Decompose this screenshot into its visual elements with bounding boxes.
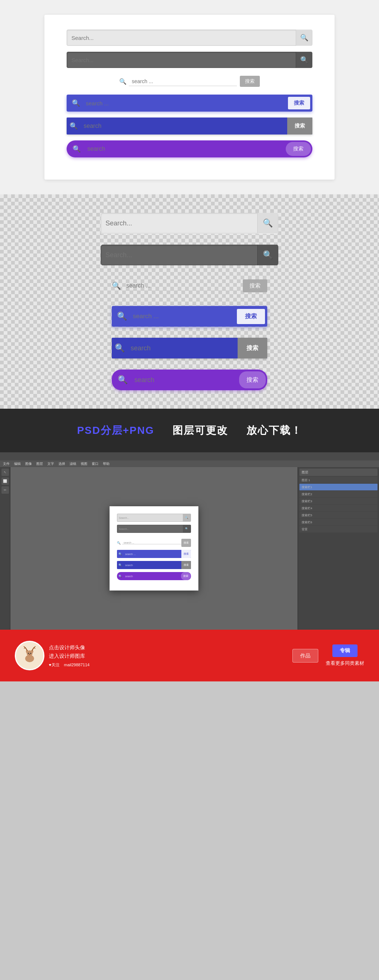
ps-tool-select[interactable]: ⬜ <box>2 477 9 485</box>
ps-layer-1[interactable]: 图层 1 <box>299 477 377 484</box>
ps-mini-icon-5: 🔍 <box>118 563 122 567</box>
ps-tool-brush[interactable]: ✏ <box>2 486 9 494</box>
searchbar-large-whitegray-container: 🔍 搜索 <box>112 277 267 295</box>
search-input-large-1[interactable] <box>101 220 257 227</box>
search-button-6[interactable]: 搜索 <box>286 142 311 156</box>
ps-mini-btn-4: 搜索 <box>181 550 191 558</box>
footer-social: ♥关注 mail29887114 <box>49 662 90 668</box>
ps-layer-8[interactable]: 背景 <box>299 526 377 533</box>
ps-mini-icon-6: 🔍 <box>118 574 122 578</box>
search-icon-large-2: 🔍 <box>263 250 273 260</box>
search-button-large-6[interactable]: 搜索 <box>239 371 266 388</box>
search-input-large-4[interactable] <box>130 313 237 320</box>
promo-sep2 <box>232 425 243 436</box>
ps-layer-4-label: 搜索栏3 <box>302 499 312 503</box>
footer-left: 点击设计师头像 进入设计师图库 ♥关注 mail29887114 <box>15 641 90 670</box>
search-button-large-2[interactable]: 🔍 <box>257 245 278 265</box>
search-button-2[interactable]: 🔍 <box>296 52 312 68</box>
ps-mini-btn-1: 🔍 <box>183 514 190 522</box>
searchbar-large-dark-container: 🔍 <box>101 245 278 265</box>
footer-right: 作品 专辑 查看更多同类素材 <box>293 644 364 667</box>
promo-part2: 图层可更改 <box>173 425 228 436</box>
searchbar-purple: 🔍 搜索 <box>67 140 312 158</box>
searchbar-large-purple-container: 🔍 搜索 <box>112 369 267 390</box>
search-input-4[interactable] <box>83 100 288 107</box>
search-input-large-5[interactable] <box>128 344 238 352</box>
searchbar-light-container: 🔍 <box>67 30 312 46</box>
ps-layer-7[interactable]: 搜索栏6 <box>299 519 377 525</box>
searchbar-large-light-container: 🔍 <box>101 213 278 234</box>
search-button-large-4[interactable]: 搜索 <box>237 309 265 324</box>
ps-menu-filter[interactable]: 滤镜 <box>70 461 76 466</box>
ps-mini-btn-2: 🔍 <box>183 525 190 533</box>
ps-menu-image[interactable]: 图像 <box>25 461 32 466</box>
promo-text: PSD分层+PNG 图层可更改 放心下载！ <box>15 423 364 438</box>
ps-menu-text[interactable]: 文字 <box>47 461 54 466</box>
preview-card: 🔍 🔍 🔍 搜索 🔍 <box>45 15 334 180</box>
search-button-5[interactable]: 搜索 <box>287 118 312 135</box>
search-button-4[interactable]: 搜索 <box>288 97 310 110</box>
avatar[interactable] <box>15 641 45 670</box>
ps-layers-title: 图层 <box>302 470 308 475</box>
ps-menu-bar: 文件 编辑 图像 图层 文字 选择 滤镜 视图 窗口 帮助 <box>0 460 379 467</box>
footer-special-section: 专辑 查看更多同类素材 <box>326 644 364 667</box>
searchbar-whitegray-container: 🔍 搜索 <box>67 74 312 89</box>
ps-tool-move[interactable]: ↖ <box>2 469 9 476</box>
ps-layer-5-label: 搜索栏4 <box>302 506 312 510</box>
ps-mini-search-3: 🔍 search ... 搜索 <box>117 539 191 547</box>
ps-layer-3[interactable]: 搜索栏2 <box>299 491 377 497</box>
search-icon-large-3: 🔍 <box>112 281 121 290</box>
search-button-1[interactable]: 🔍 <box>296 30 312 46</box>
footer-special-button[interactable]: 专辑 <box>333 644 358 657</box>
svg-point-12 <box>30 653 32 654</box>
searchbar-large-dark: 🔍 <box>101 245 278 265</box>
ps-mini-search-4: 🔍 search ... 搜索 <box>117 550 191 558</box>
search-button-large-1[interactable]: 🔍 <box>257 213 278 234</box>
searchbar-large-blue-flat: 🔍 搜索 <box>112 338 267 358</box>
ps-layers-header: 图层 <box>299 469 377 476</box>
search-input-6[interactable] <box>85 146 286 152</box>
ps-menu-window[interactable]: 窗口 <box>92 461 98 466</box>
ps-layer-5[interactable]: 搜索栏4 <box>299 505 377 511</box>
deer-illustration <box>19 644 41 667</box>
ps-menu-layer[interactable]: 图层 <box>36 461 43 466</box>
section-preview: 🔍 🔍 🔍 搜索 🔍 <box>0 0 379 194</box>
ps-mini-btn-6: 搜索 <box>181 572 190 580</box>
search-input-large-2[interactable] <box>101 251 257 259</box>
searchbar-large-purple: 🔍 搜索 <box>112 369 267 390</box>
promo-sep1 <box>158 425 169 436</box>
searchbar-large-blue: 🔍 搜索 <box>112 306 267 327</box>
search-input-large-6[interactable] <box>131 376 239 384</box>
footer-email: mail29887114 <box>64 663 90 667</box>
footer-works-section: 作品 <box>293 649 318 663</box>
ps-layer-2-label: 搜索栏1 <box>302 485 312 489</box>
ps-mini-search-2: Search... 🔍 <box>117 525 191 533</box>
search-icon-5: 🔍 <box>70 122 78 130</box>
footer-follow[interactable]: ♥关注 <box>49 663 59 667</box>
search-icon-4: 🔍 <box>72 99 80 107</box>
ps-canvas-area: Search... 🔍 Search... 🔍 🔍 search ... 搜索 <box>10 467 297 630</box>
searchbar-large-light: 🔍 <box>101 213 278 234</box>
ps-mini-search-5: 🔍 search 搜索 <box>117 561 191 569</box>
ps-layer-6[interactable]: 搜索栏5 <box>299 512 377 519</box>
search-button-3[interactable]: 搜索 <box>240 76 260 87</box>
ps-mini-search-6: 🔍 search 搜索 <box>117 572 191 580</box>
ps-layer-4[interactable]: 搜索栏3 <box>299 498 377 504</box>
search-input-large-3[interactable] <box>123 281 240 291</box>
ps-menu-help[interactable]: 帮助 <box>103 461 110 466</box>
search-icon-large-6: 🔍 <box>118 375 128 385</box>
search-input-1[interactable] <box>67 35 296 41</box>
ps-menu-view[interactable]: 视图 <box>81 461 87 466</box>
search-button-large-3[interactable]: 搜索 <box>243 279 267 292</box>
search-icon-3: 🔍 <box>119 78 126 85</box>
search-button-large-5[interactable]: 搜索 <box>238 338 267 358</box>
ps-layer-2[interactable]: 搜索栏1 <box>299 484 377 490</box>
searchbar-blue-flat: 🔍 搜索 <box>67 118 312 135</box>
ps-menu-file[interactable]: 文件 <box>3 461 10 466</box>
ps-menu-select[interactable]: 选择 <box>59 461 65 466</box>
search-input-3[interactable] <box>129 77 237 86</box>
searchbar-dark-container: 🔍 <box>67 52 312 68</box>
search-input-5[interactable] <box>81 123 287 129</box>
search-input-2[interactable] <box>67 57 296 63</box>
ps-menu-edit[interactable]: 编辑 <box>14 461 21 466</box>
